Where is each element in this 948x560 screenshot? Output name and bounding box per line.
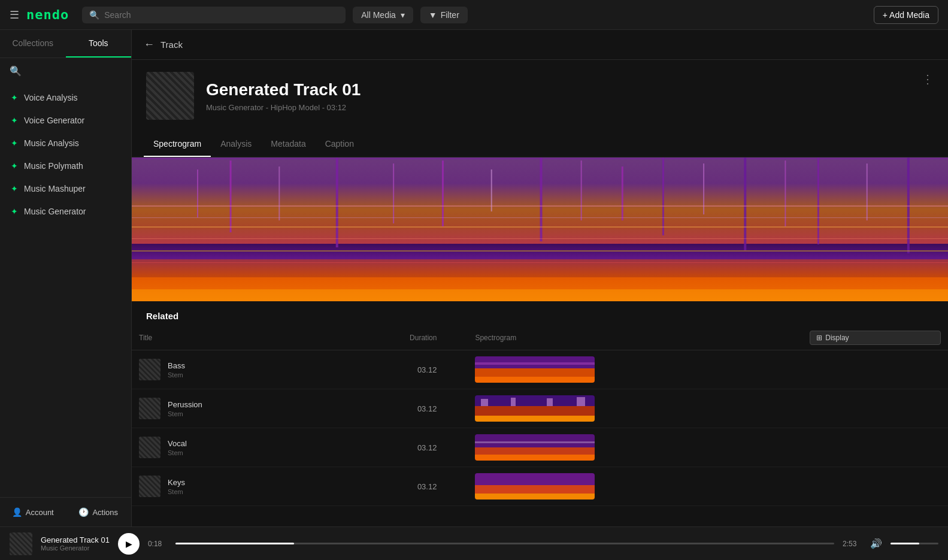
- play-button[interactable]: ▶: [118, 533, 140, 555]
- svg-rect-9: [442, 161, 444, 226]
- row-duration: 03.12: [320, 350, 461, 389]
- row-duration: 03.12: [320, 428, 461, 467]
- filter-icon: ▼: [429, 10, 437, 20]
- wand-icon-6: ✦: [11, 207, 18, 216]
- row-duration: 03.12: [320, 467, 461, 506]
- player-bar: Generated Track 01 Music Generator ▶ 0:1…: [0, 526, 948, 560]
- sidebar-item-music-analysis[interactable]: ✦ Music Analysis: [0, 132, 131, 155]
- sidebar-item-voice-generator[interactable]: ✦ Voice Generator: [0, 109, 131, 132]
- volume-slider[interactable]: [891, 543, 938, 544]
- svg-rect-45: [475, 434, 595, 447]
- total-time: 2:53: [843, 540, 862, 548]
- track-subtitle: Music Generator - HipHop Model - 03:12: [206, 103, 934, 112]
- table-row: Perussion Stem 03.12: [132, 389, 948, 428]
- svg-rect-24: [132, 289, 948, 301]
- sidebar-item-voice-analysis[interactable]: ✦ Voice Analysis: [0, 86, 131, 109]
- track-info: Generated Track 01 Music Generator - Hip…: [206, 80, 934, 112]
- wand-icon-3: ✦: [11, 138, 18, 148]
- wand-icon: ✦: [11, 93, 18, 102]
- tabs-bar: Spectrogram Analysis Metadata Caption: [132, 132, 948, 158]
- display-button[interactable]: ⊞ Display: [810, 331, 941, 345]
- row-subtitle: Stem: [168, 371, 185, 379]
- svg-rect-33: [475, 368, 595, 377]
- progress-fill: [175, 543, 294, 544]
- svg-rect-18: [817, 158, 819, 244]
- clock-icon: 🕐: [78, 507, 89, 517]
- row-subtitle: Stem: [168, 449, 187, 456]
- wand-icon-4: ✦: [11, 161, 18, 171]
- back-button[interactable]: ←: [144, 38, 155, 51]
- player-track-title: Generated Track 01: [41, 535, 110, 544]
- col-spectrogram: Spectrogram: [461, 326, 802, 350]
- sidebar-tab-collections[interactable]: Collections: [0, 30, 66, 57]
- tab-analysis[interactable]: Analysis: [211, 132, 261, 157]
- svg-rect-26: [132, 217, 948, 218]
- col-duration: Duration: [320, 326, 461, 350]
- menu-icon[interactable]: ☰: [10, 8, 19, 22]
- sidebar-item-music-polymath[interactable]: ✦ Music Polymath: [0, 155, 131, 177]
- svg-rect-39: [475, 416, 595, 422]
- player-track-sub: Music Generator: [41, 544, 110, 552]
- spectrogram-svg: [132, 158, 948, 301]
- volume-icon[interactable]: 🔊: [870, 538, 882, 549]
- wand-icon-5: ✦: [11, 184, 18, 193]
- sidebar-nav: ✦ Voice Analysis ✦ Voice Generator ✦ Mus…: [0, 84, 131, 497]
- filter-button[interactable]: ▼ Filter: [420, 7, 468, 23]
- main-layout: Collections Tools 🔍 ✦ Voice Analysis ✦ V…: [0, 30, 948, 526]
- volume-fill: [891, 543, 919, 544]
- mini-spectrogram: [475, 473, 595, 500]
- row-subtitle: Stem: [168, 410, 202, 417]
- related-section: Related Title Duration Spectrogram ⊞ Dis…: [132, 301, 948, 526]
- sidebar-search-area: 🔍: [0, 58, 131, 84]
- title-cell: Vocal Stem: [139, 437, 313, 458]
- svg-rect-40: [481, 399, 488, 406]
- svg-rect-10: [491, 169, 492, 211]
- sidebar-search-icon[interactable]: 🔍: [10, 66, 22, 76]
- media-dropdown[interactable]: All Media ▾: [353, 7, 413, 23]
- svg-rect-46: [475, 447, 595, 455]
- tab-metadata[interactable]: Metadata: [261, 132, 315, 157]
- progress-track[interactable]: [175, 543, 834, 544]
- table-row: Bass Stem 03.12: [132, 350, 948, 389]
- svg-rect-27: [132, 226, 948, 228]
- row-title: Bass: [168, 361, 185, 370]
- sidebar-tab-tools[interactable]: Tools: [66, 30, 132, 57]
- tab-caption[interactable]: Caption: [316, 132, 364, 157]
- svg-rect-34: [475, 377, 595, 383]
- svg-rect-38: [475, 406, 595, 416]
- tab-spectrogram[interactable]: Spectrogram: [144, 132, 211, 157]
- svg-rect-25: [132, 205, 948, 207]
- svg-rect-19: [867, 164, 868, 220]
- svg-rect-13: [622, 167, 623, 220]
- mini-spectrogram: [475, 434, 595, 461]
- track-thumbnail: [146, 72, 194, 120]
- svg-rect-52: [475, 494, 595, 500]
- account-button[interactable]: 👤 Account: [0, 505, 66, 519]
- svg-rect-4: [197, 169, 198, 217]
- row-thumbnail: [139, 437, 160, 458]
- track-title: Generated Track 01: [206, 80, 934, 99]
- table-row: Vocal Stem 03.12: [132, 428, 948, 467]
- search-input[interactable]: [104, 10, 338, 20]
- row-title: Keys: [168, 478, 185, 487]
- sidebar-item-music-mashuper[interactable]: ✦ Music Mashuper: [0, 177, 131, 200]
- play-icon: ▶: [126, 539, 132, 549]
- wand-icon-2: ✦: [11, 116, 18, 125]
- title-cell: Perussion Stem: [139, 398, 313, 419]
- svg-rect-16: [744, 158, 746, 250]
- add-media-button[interactable]: + Add Media: [874, 6, 938, 24]
- svg-rect-6: [278, 167, 280, 220]
- svg-rect-11: [540, 158, 543, 241]
- actions-button[interactable]: 🕐 Actions: [66, 505, 132, 519]
- progress-bar[interactable]: [175, 543, 834, 544]
- mini-spectrogram: [475, 395, 595, 422]
- grid-icon: ⊞: [816, 334, 822, 342]
- breadcrumb-title: Track: [160, 40, 183, 50]
- track-more-button[interactable]: ⋮: [922, 72, 934, 86]
- chevron-down-icon: ▾: [401, 10, 405, 20]
- svg-rect-42: [547, 398, 553, 406]
- sidebar-item-music-generator[interactable]: ✦ Music Generator: [0, 200, 131, 223]
- spectrogram-area: [132, 158, 948, 301]
- svg-rect-41: [511, 398, 516, 406]
- svg-rect-47: [475, 455, 595, 461]
